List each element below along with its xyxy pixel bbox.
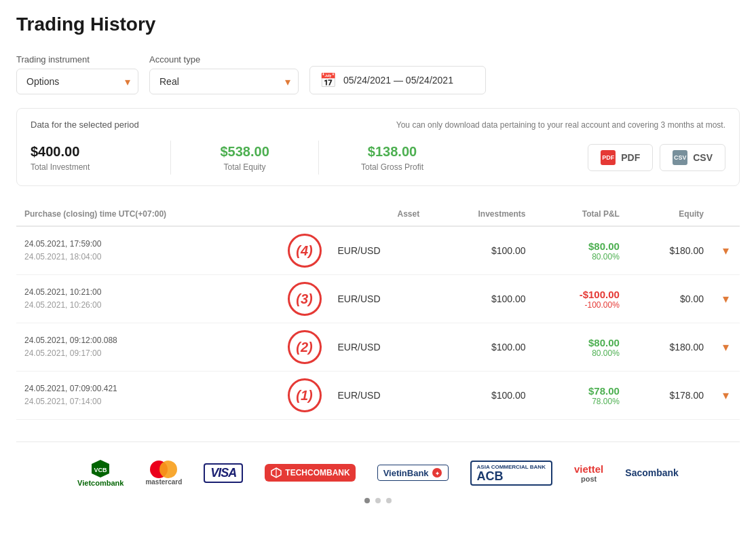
total-gross-profit-value: $138.00: [326, 144, 459, 160]
trade-number-cell: (3): [280, 275, 330, 323]
total-gross-profit-label: Total Gross Profit: [326, 162, 459, 172]
pnl-value: -$100.00: [542, 289, 620, 300]
account-select-wrapper: Real Demo ▾: [149, 69, 299, 94]
stats-divider-2: [318, 141, 319, 175]
asset-cell: EUR/USD: [330, 323, 428, 372]
filters-section: Trading instrument Options Forex Binary …: [16, 52, 740, 94]
col-investments: Investments: [428, 202, 533, 226]
vietinbank-text: VietinBank: [383, 468, 429, 478]
account-select[interactable]: Real Demo: [149, 69, 299, 94]
expand-button[interactable]: ▾: [720, 289, 732, 309]
mc-orange-circle: [159, 461, 177, 478]
trade-number-cell: (4): [280, 226, 330, 275]
time-open: 24.05.2021, 10:26:00: [24, 300, 101, 310]
total-equity-value: $538.00: [178, 144, 311, 160]
table-body: 24.05.2021, 17:59:00 24.05.2021, 18:04:0…: [16, 226, 740, 420]
trade-number-cell: (2): [280, 323, 330, 372]
vietinbank-symbol: ✦: [432, 467, 442, 478]
equity-cell: $180.00: [628, 226, 712, 275]
time-cell: 24.05.2021, 10:21:00 24.05.2021, 10:26:0…: [16, 275, 280, 323]
mastercard-logo: mastercard: [145, 461, 182, 486]
dot-1[interactable]: [364, 498, 370, 503]
pnl-percent: 80.00%: [542, 348, 620, 358]
instrument-filter-group: Trading instrument Options Forex Binary …: [16, 54, 138, 94]
sacombank-logo: Sacombank: [625, 467, 679, 478]
table-row: 24.05.2021, 17:59:00 24.05.2021, 18:04:0…: [16, 226, 740, 275]
equity-cell: $180.00: [628, 323, 712, 372]
time-open: 24.05.2021, 07:14:00: [24, 397, 101, 406]
trades-table-section: Purchase (closing) time UTC(+07:00) Asse…: [16, 202, 740, 420]
pdf-download-button[interactable]: PDF PDF: [588, 144, 653, 171]
csv-download-button[interactable]: CSV CSV: [660, 144, 725, 171]
stats-divider-1: [170, 141, 171, 175]
date-range-text: 05/24/2021 — 05/24/2021: [343, 75, 453, 86]
acb-icon: ASIA COMMERCIAL BANK ACB: [470, 461, 552, 486]
viettelpost-logo: viettel post: [574, 463, 603, 483]
total-equity-stat: $538.00 Total Equity: [178, 144, 311, 172]
mastercard-icon: [150, 461, 177, 478]
time-cell: 24.05.2021, 07:09:00.421 24.05.2021, 07:…: [16, 372, 280, 420]
expand-cell: ▾: [712, 323, 740, 372]
account-label: Account type: [149, 54, 299, 65]
investment-cell: $100.00: [428, 323, 533, 372]
techcombank-text: TECHCOMBANK: [285, 468, 349, 478]
expand-cell: ▾: [712, 372, 740, 420]
trades-table: Purchase (closing) time UTC(+07:00) Asse…: [16, 202, 740, 420]
vietinbank-logo: VietinBank ✦: [377, 465, 449, 481]
vietcombank-icon: VCB: [90, 458, 111, 479]
expand-cell: ▾: [712, 275, 740, 323]
period-label: Data for the selected period: [31, 120, 139, 130]
viettel-text: viettel: [574, 463, 603, 475]
table-row: 24.05.2021, 10:21:00 24.05.2021, 10:26:0…: [16, 275, 740, 323]
pagination-dots: [16, 498, 740, 503]
svg-text:VCB: VCB: [94, 467, 108, 473]
expand-button[interactable]: ▾: [720, 385, 732, 406]
techcombank-symbol: [270, 467, 282, 479]
expand-cell: ▾: [712, 226, 740, 275]
pnl-cell: -$100.00 -100.00%: [534, 275, 628, 323]
time-close: 24.05.2021, 10:21:00: [24, 287, 101, 297]
pnl-percent: 78.00%: [542, 397, 620, 406]
total-investment-label: Total Investment: [31, 162, 164, 172]
total-equity-label: Total Equity: [178, 162, 311, 172]
time-close: 24.05.2021, 09:12:00.088: [24, 336, 117, 345]
table-row: 24.05.2021, 09:12:00.088 24.05.2021, 09:…: [16, 323, 740, 372]
col-asset: Asset: [330, 202, 428, 226]
svg-text:✦: ✦: [434, 471, 439, 477]
footer-section: VCB Vietcombank mastercard VISA: [16, 442, 740, 503]
dot-2[interactable]: [375, 498, 381, 503]
date-filter-group: 📅 05/24/2021 — 05/24/2021: [309, 52, 486, 94]
expand-button[interactable]: ▾: [720, 337, 732, 357]
time-open: 24.05.2021, 18:04:00: [24, 252, 101, 262]
payment-logos: VCB Vietcombank mastercard VISA: [16, 458, 740, 487]
date-range-picker[interactable]: 📅 05/24/2021 — 05/24/2021: [309, 66, 486, 94]
pdf-label: PDF: [621, 152, 640, 163]
col-expand: [712, 202, 740, 226]
trade-number: (3): [288, 282, 322, 316]
total-investment-value: $400.00: [31, 144, 164, 160]
table-row: 24.05.2021, 07:09:00.421 24.05.2021, 07:…: [16, 372, 740, 420]
investment-cell: $100.00: [428, 372, 533, 420]
acb-text: ACB: [477, 470, 546, 482]
total-gross-profit-stat: $138.00 Total Gross Profit: [326, 144, 459, 172]
stats-row: $400.00 Total Investment $538.00 Total E…: [31, 141, 725, 175]
mastercard-label: mastercard: [145, 478, 182, 486]
visa-text: VISA: [210, 466, 236, 480]
instrument-label: Trading instrument: [16, 54, 138, 65]
col-time: Purchase (closing) time UTC(+07:00): [16, 202, 280, 226]
dot-3[interactable]: [386, 498, 392, 503]
time-cell: 24.05.2021, 17:59:00 24.05.2021, 18:04:0…: [16, 226, 280, 275]
post-text: post: [581, 475, 597, 483]
stats-header: Data for the selected period You can onl…: [31, 120, 725, 130]
asset-cell: EUR/USD: [330, 226, 428, 275]
pnl-percent: 80.00%: [542, 252, 620, 262]
instrument-select[interactable]: Options Forex Binary: [16, 69, 138, 94]
trade-number: (1): [288, 378, 322, 412]
pnl-cell: $80.00 80.00%: [534, 226, 628, 275]
table-header-row: Purchase (closing) time UTC(+07:00) Asse…: [16, 202, 740, 226]
expand-button[interactable]: ▾: [720, 240, 732, 261]
vietcombank-label: Vietcombank: [77, 479, 124, 487]
time-cell: 24.05.2021, 09:12:00.088 24.05.2021, 09:…: [16, 323, 280, 372]
page-title: Trading History: [16, 14, 740, 35]
download-note: You can only download data pertaining to…: [396, 120, 725, 130]
